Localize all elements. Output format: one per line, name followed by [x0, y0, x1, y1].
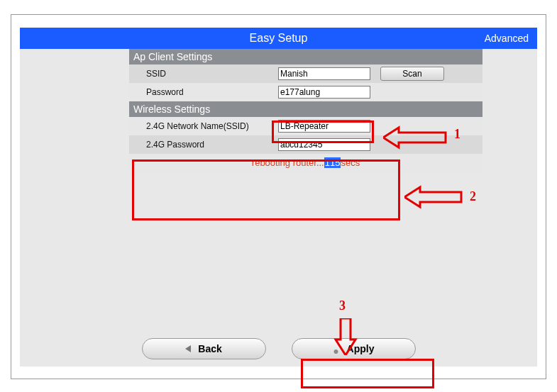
status-suffix: secs [341, 157, 360, 168]
scan-button[interactable]: Scan [380, 67, 444, 81]
arrow-left-icon [404, 185, 467, 209]
network-name-input[interactable] [278, 120, 370, 133]
back-arrow-icon [185, 345, 191, 352]
ssid-input[interactable] [278, 67, 370, 80]
ssid-label: SSID [129, 69, 278, 79]
apply-button[interactable]: ● Apply [292, 338, 416, 359]
wireless-password-label: 2.4G Password [129, 140, 278, 150]
apply-dot-icon: ● [333, 345, 340, 352]
annotation-number-2: 2 [470, 189, 476, 204]
annotation-number-1: 1 [454, 127, 461, 142]
ap-client-header: Ap Client Settings [129, 49, 482, 65]
status-prefix: rebooting router... [252, 157, 324, 168]
advanced-link[interactable]: Advanced [485, 28, 529, 49]
page-title: Easy Setup [250, 32, 308, 44]
wireless-header: Wireless Settings [129, 101, 482, 117]
ap-password-label: Password [129, 87, 278, 97]
apply-label: Apply [347, 343, 375, 354]
annotation-box-3 [301, 359, 434, 388]
wireless-password-input[interactable] [278, 138, 370, 151]
ap-password-input[interactable] [278, 86, 370, 99]
status-text: rebooting router...115secs [129, 154, 482, 172]
status-countdown: 115 [324, 157, 341, 168]
back-button[interactable]: Back [142, 338, 266, 359]
network-name-label: 2.4G Network Name(SSID) [129, 121, 278, 131]
back-label: Back [198, 343, 221, 354]
svg-marker-1 [404, 187, 461, 207]
annotation-number-3: 3 [339, 298, 346, 313]
